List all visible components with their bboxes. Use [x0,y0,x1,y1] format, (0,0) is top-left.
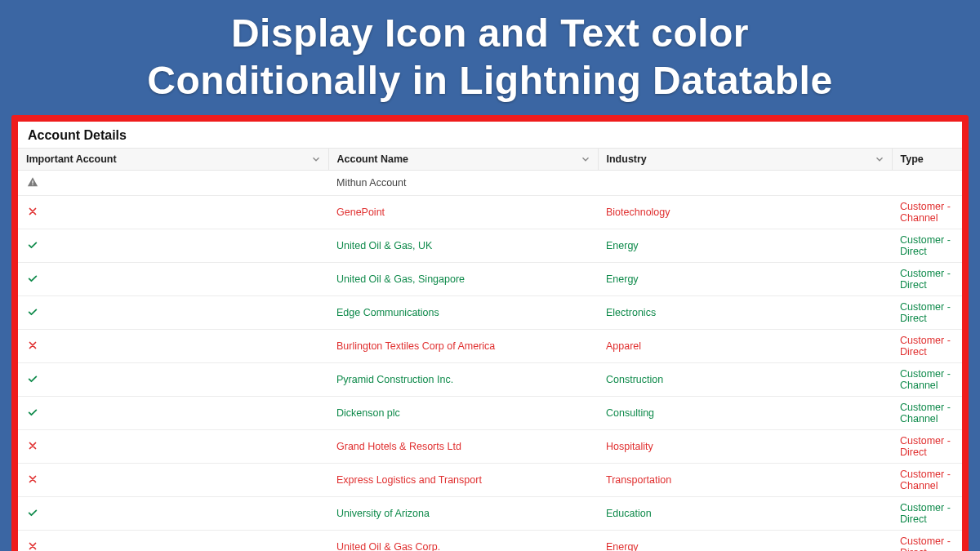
col-important-label: Important Account [26,153,117,165]
cell-industry: Transportation [598,464,892,497]
warning-icon [26,176,39,189]
cross-icon [26,473,39,486]
table-row[interactable]: United Oil & Gas, SingaporeEnergyCustome… [18,263,962,296]
cross-icon [26,339,39,352]
cross-icon [26,540,39,551]
chevron-down-icon [580,153,591,165]
cell-account-name: Grand Hotels & Resorts Ltd [328,430,598,464]
col-type[interactable]: Type [892,149,962,171]
cell-industry: Energy [598,263,892,296]
cell-type: Customer - Channel [892,363,962,397]
datatable-inner: Account Details Important Account Accoun… [18,122,962,551]
col-industry[interactable]: Industry [598,149,892,171]
chevron-down-icon [310,153,322,165]
table-row[interactable]: Edge CommunicationsElectronicsCustomer -… [18,296,962,330]
check-icon [26,305,39,318]
table-row[interactable]: Express Logistics and TransportTransport… [18,464,962,497]
cell-industry: Electronics [598,296,892,330]
table-row[interactable]: United Oil & Gas Corp.EnergyCustomer - D… [18,531,962,551]
cell-type: Customer - Direct [892,263,962,296]
cell-type: Customer - Channel [892,196,962,229]
cell-type: Customer - Direct [892,497,962,531]
cell-account-name: Dickenson plc [328,397,598,430]
account-table: Important Account Account Name Industry [18,148,962,551]
check-icon [26,406,39,419]
cell-industry: Hospitality [598,430,892,464]
table-row[interactable]: United Oil & Gas, UKEnergyCustomer - Dir… [18,229,962,263]
cell-account-name: GenePoint [328,196,598,229]
check-icon [26,506,39,519]
cell-type: Customer - Direct [892,296,962,330]
cell-account-name: United Oil & Gas, Singapore [328,263,598,296]
headline-line-1: Display Icon and Text color [231,11,749,55]
col-account-name[interactable]: Account Name [328,149,598,171]
cell-account-name: Burlington Textiles Corp of America [328,330,598,363]
datatable-card: Account Details Important Account Accoun… [11,115,969,551]
table-row[interactable]: Dickenson plcConsultingCustomer - Channe… [18,397,962,430]
cell-account-name: Edge Communications [328,296,598,330]
svg-rect-1 [32,184,33,185]
cell-industry: Construction [598,363,892,397]
cell-industry: Consulting [598,397,892,430]
cell-account-name: United Oil & Gas Corp. [328,531,598,551]
table-row[interactable]: GenePointBiotechnologyCustomer - Channel [18,196,962,229]
cell-account-name: Express Logistics and Transport [328,464,598,497]
table-body: Mithun AccountGenePointBiotechnologyCust… [18,171,962,551]
cell-industry: Biotechnology [598,196,892,229]
cross-icon [26,205,39,218]
page-headline: Display Icon and Text color Conditionall… [0,0,980,115]
col-important-account[interactable]: Important Account [18,149,328,171]
cell-industry: Energy [598,531,892,551]
cell-account-name: Mithun Account [328,171,598,196]
cell-type: Customer - Direct [892,430,962,464]
col-name-label: Account Name [337,153,409,165]
col-industry-label: Industry [607,153,647,165]
cell-account-name: United Oil & Gas, UK [328,229,598,263]
table-row[interactable]: University of ArizonaEducationCustomer -… [18,497,962,531]
col-type-label: Type [901,153,924,165]
cell-type: Customer - Direct [892,229,962,263]
cell-type [892,171,962,196]
cross-icon [26,439,39,452]
cell-type: Customer - Direct [892,330,962,363]
cell-account-name: Pyramid Construction Inc. [328,363,598,397]
cell-type: Customer - Direct [892,531,962,551]
table-row[interactable]: Grand Hotels & Resorts LtdHospitalityCus… [18,430,962,464]
headline-line-2: Conditionally in Lightning Datatable [147,59,832,102]
cell-industry [598,171,892,196]
cell-industry: Education [598,497,892,531]
svg-rect-0 [32,180,33,184]
chevron-down-icon [874,153,885,165]
cell-account-name: University of Arizona [328,497,598,531]
table-row[interactable]: Mithun Account [18,171,962,196]
table-row[interactable]: Burlington Textiles Corp of AmericaAppar… [18,330,962,363]
table-row[interactable]: Pyramid Construction Inc.ConstructionCus… [18,363,962,397]
cell-industry: Energy [598,229,892,263]
check-icon [26,372,39,385]
cell-type: Customer - Channel [892,397,962,430]
cell-type: Customer - Channel [892,464,962,497]
cell-industry: Apparel [598,330,892,363]
card-title: Account Details [18,122,962,148]
check-icon [26,238,39,251]
check-icon [26,272,39,285]
